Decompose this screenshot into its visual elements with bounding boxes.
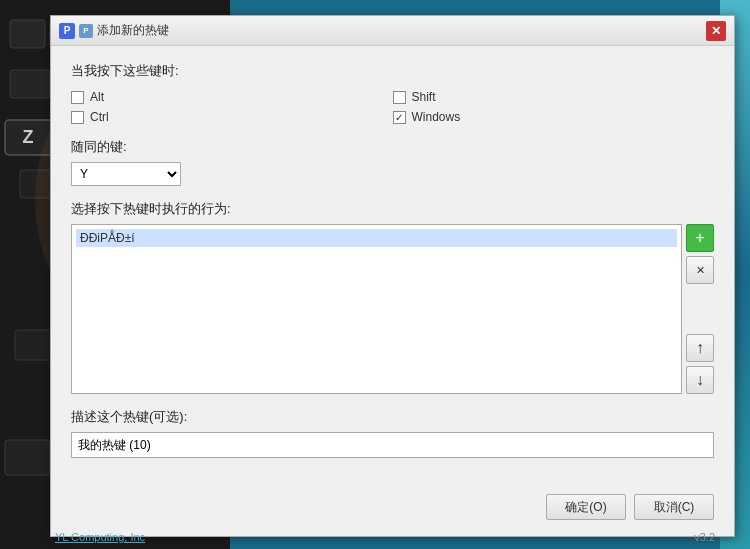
action-listbox[interactable]: ÐÐiPÅÐ±í [71, 224, 682, 394]
alt-label: Alt [90, 90, 104, 104]
svg-rect-1 [10, 20, 45, 48]
app-icon-main: P [59, 23, 75, 39]
keys-section: 当我按下这些键时: Alt Shift Ctrl [71, 62, 714, 124]
dialog-footer: 确定(O) 取消(C) [546, 494, 714, 520]
ctrl-checkbox[interactable] [71, 111, 84, 124]
version-label: v3.2 [694, 531, 715, 543]
ctrl-label: Ctrl [90, 110, 109, 124]
key-dropdown-select[interactable]: Y ABCD EFGH IJKL MNOP QRST UVWX Z [71, 162, 181, 186]
desc-input[interactable] [71, 432, 714, 458]
watermark-link[interactable]: YL Computing, Inc [55, 531, 145, 543]
alt-checkbox[interactable] [71, 91, 84, 104]
ctrl-checkbox-item[interactable]: Ctrl [71, 110, 393, 124]
windows-checkbox[interactable]: ✓ [393, 111, 406, 124]
svg-rect-15 [10, 70, 50, 98]
action-section-label: 选择按下热键时执行的行为: [71, 200, 714, 218]
shift-checkbox-item[interactable]: Shift [393, 90, 715, 104]
ok-button[interactable]: 确定(O) [546, 494, 626, 520]
close-button[interactable]: ✕ [706, 21, 726, 41]
add-action-button[interactable]: + [686, 224, 714, 252]
title-bar-left: P P 添加新的热键 [59, 22, 169, 39]
title-bar: P P 添加新的热键 ✕ [51, 16, 734, 46]
key-dropdown-section: 随同的键: Y ABCD EFGH IJKL MNOP QRST UVWX Z [71, 138, 714, 186]
dialog-content: 当我按下这些键时: Alt Shift Ctrl [51, 46, 734, 490]
add-hotkey-dialog: P P 添加新的热键 ✕ 当我按下这些键时: Alt Shift [50, 15, 735, 537]
list-item[interactable]: ÐÐiPÅÐ±í [76, 229, 677, 247]
spacer [686, 288, 714, 330]
move-down-button[interactable]: ↓ [686, 366, 714, 394]
desc-section: 描述这个热键(可选): [71, 408, 714, 458]
plus-icon: + [695, 229, 704, 247]
down-icon: ↓ [696, 371, 704, 389]
windows-label: Windows [412, 110, 461, 124]
keys-section-label: 当我按下这些键时: [71, 62, 714, 80]
desc-section-label: 描述这个热键(可选): [71, 408, 714, 426]
action-area-wrapper: ÐÐiPÅÐ±í + ✕ ↑ ↓ [71, 224, 714, 394]
move-up-button[interactable]: ↑ [686, 334, 714, 362]
windows-checkbox-item[interactable]: ✓ Windows [393, 110, 715, 124]
svg-text:Z: Z [23, 127, 34, 147]
shift-label: Shift [412, 90, 436, 104]
shift-checkbox[interactable] [393, 91, 406, 104]
remove-icon: ✕ [696, 264, 705, 277]
action-buttons-panel: + ✕ ↑ ↓ [686, 224, 714, 394]
action-section: 选择按下热键时执行的行为: ÐÐiPÅÐ±í + ✕ ↑ [71, 200, 714, 394]
key-dropdown-label: 随同的键: [71, 138, 714, 156]
key-dropdown-wrapper[interactable]: Y ABCD EFGH IJKL MNOP QRST UVWX Z [71, 162, 181, 186]
cancel-button[interactable]: 取消(C) [634, 494, 714, 520]
app-icon-sub: P [79, 24, 93, 38]
svg-rect-25 [5, 440, 50, 475]
remove-action-button[interactable]: ✕ [686, 256, 714, 284]
checkboxes-grid: Alt Shift Ctrl ✓ Windows [71, 90, 714, 124]
up-icon: ↑ [696, 339, 704, 357]
alt-checkbox-item[interactable]: Alt [71, 90, 393, 104]
dialog-title: 添加新的热键 [97, 22, 169, 39]
